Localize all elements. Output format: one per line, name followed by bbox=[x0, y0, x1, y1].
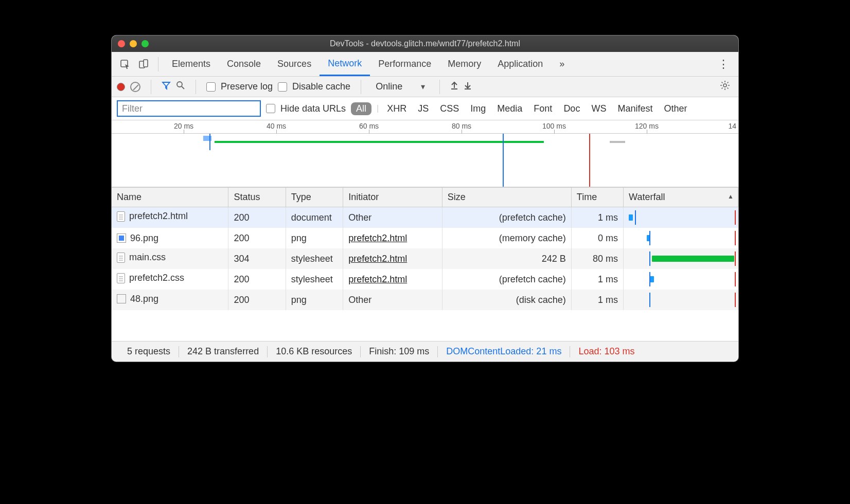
overview-dcl-line bbox=[209, 134, 210, 150]
col-type[interactable]: Type bbox=[286, 188, 343, 207]
filter-chip-js[interactable]: JS bbox=[415, 102, 432, 115]
more-menu-icon[interactable]: ⋮ bbox=[713, 58, 734, 71]
initiator-link[interactable]: prefetch2.html bbox=[348, 233, 407, 243]
initiator-value: prefetch2.html bbox=[343, 248, 442, 269]
record-icon[interactable] bbox=[117, 83, 125, 91]
col-time[interactable]: Time bbox=[571, 188, 623, 207]
time-value: 1 ms bbox=[571, 207, 623, 228]
network-table: Name Status Type Initiator Size Time Wat… bbox=[112, 187, 738, 310]
maximize-icon[interactable] bbox=[141, 40, 149, 47]
filter-chip-manifest[interactable]: Manifest bbox=[614, 102, 656, 115]
time-value: 80 ms bbox=[571, 248, 623, 269]
document-icon bbox=[117, 273, 125, 283]
filter-chip-img[interactable]: Img bbox=[467, 102, 489, 115]
request-name: prefetch2.css bbox=[129, 273, 184, 283]
tab-console[interactable]: Console bbox=[219, 52, 269, 76]
request-name: 48.png bbox=[130, 294, 158, 304]
traffic-lights bbox=[112, 40, 149, 47]
table-row[interactable]: 96.png200pngprefetch2.html(memory cache)… bbox=[112, 228, 738, 248]
table-row[interactable]: main.css304stylesheetprefetch2.html242 B… bbox=[112, 248, 738, 269]
download-har-icon[interactable] bbox=[464, 81, 472, 93]
devtools-tabs: Elements Console Sources Network Perform… bbox=[112, 52, 738, 77]
throttling-value: Online bbox=[376, 81, 402, 92]
sort-indicator-icon: ▲ bbox=[728, 193, 734, 200]
filter-chip-css[interactable]: CSS bbox=[437, 102, 462, 115]
titlebar: DevTools - devtools.glitch.me/wndt77/pre… bbox=[112, 35, 738, 52]
col-status[interactable]: Status bbox=[228, 188, 286, 207]
waterfall-cell bbox=[624, 207, 738, 228]
timeline-overview[interactable]: 20 ms 40 ms 60 ms 80 ms 100 ms 120 ms 14 bbox=[112, 120, 738, 187]
svg-rect-2 bbox=[144, 60, 148, 67]
time-value: 1 ms bbox=[571, 269, 623, 290]
search-icon[interactable] bbox=[176, 81, 185, 93]
col-name[interactable]: Name bbox=[112, 188, 228, 207]
hide-data-urls-checkbox[interactable] bbox=[266, 104, 275, 113]
disable-cache-label: Disable cache bbox=[292, 81, 350, 92]
waterfall-dcl-line bbox=[649, 231, 650, 245]
initiator-value: Other bbox=[343, 207, 442, 228]
table-row[interactable]: prefetch2.css200stylesheetprefetch2.html… bbox=[112, 269, 738, 290]
upload-har-icon[interactable] bbox=[450, 81, 458, 93]
svg-line-4 bbox=[182, 86, 184, 89]
tab-memory[interactable]: Memory bbox=[439, 52, 489, 76]
status-dcl: DOMContentLoaded: 21 ms bbox=[438, 346, 570, 357]
initiator-value: prefetch2.html bbox=[343, 228, 442, 248]
tabs-overflow[interactable]: » bbox=[551, 52, 573, 76]
separator bbox=[196, 80, 196, 94]
settings-icon[interactable] bbox=[717, 80, 733, 93]
throttling-select[interactable]: Online ▾ bbox=[371, 81, 429, 92]
overview-dcl-line bbox=[503, 134, 504, 187]
col-size[interactable]: Size bbox=[442, 188, 571, 207]
col-initiator[interactable]: Initiator bbox=[343, 188, 442, 207]
separator bbox=[361, 80, 361, 94]
tab-performance[interactable]: Performance bbox=[370, 52, 439, 76]
status-transferred: 242 B transferred bbox=[179, 346, 267, 357]
chevron-down-icon: ▾ bbox=[421, 82, 425, 92]
waterfall-dcl-line bbox=[635, 210, 636, 225]
waterfall-load-line bbox=[735, 210, 736, 225]
image-icon bbox=[117, 233, 126, 243]
filter-chip-all[interactable]: All bbox=[351, 102, 371, 115]
col-waterfall[interactable]: Waterfall▲ bbox=[624, 188, 738, 207]
initiator-value: prefetch2.html bbox=[343, 269, 442, 290]
overview-request-bar bbox=[610, 141, 625, 143]
waterfall-cell bbox=[624, 290, 738, 310]
table-header-row: Name Status Type Initiator Size Time Wat… bbox=[112, 188, 738, 207]
filter-chip-ws[interactable]: WS bbox=[588, 102, 609, 115]
tab-application[interactable]: Application bbox=[489, 52, 551, 76]
tab-sources[interactable]: Sources bbox=[269, 52, 320, 76]
initiator-link[interactable]: prefetch2.html bbox=[348, 254, 407, 264]
type-value: stylesheet bbox=[286, 269, 343, 290]
table-row[interactable]: 48.png200pngOther(disk cache)1 ms bbox=[112, 290, 738, 310]
inspect-icon[interactable] bbox=[118, 57, 132, 71]
preserve-log-checkbox[interactable] bbox=[206, 82, 216, 92]
waterfall-dcl-line bbox=[649, 272, 650, 286]
device-toggle-icon[interactable] bbox=[136, 57, 151, 71]
image-icon bbox=[117, 294, 126, 303]
clear-icon[interactable] bbox=[130, 82, 140, 92]
filter-chip-other[interactable]: Other bbox=[661, 102, 690, 115]
minimize-icon[interactable] bbox=[130, 40, 137, 47]
filter-input[interactable] bbox=[117, 100, 261, 117]
tab-network[interactable]: Network bbox=[320, 52, 370, 76]
table-row[interactable]: prefetch2.html200documentOther(prefetch … bbox=[112, 207, 738, 228]
timeline-ruler: 20 ms 40 ms 60 ms 80 ms 100 ms 120 ms 14 bbox=[112, 120, 738, 134]
initiator-link[interactable]: prefetch2.html bbox=[348, 274, 407, 284]
waterfall-load-line bbox=[735, 272, 736, 286]
close-icon[interactable] bbox=[118, 40, 125, 47]
time-value: 0 ms bbox=[571, 228, 623, 248]
filter-chip-media[interactable]: Media bbox=[494, 102, 525, 115]
filter-icon[interactable] bbox=[162, 81, 171, 93]
filter-chip-font[interactable]: Font bbox=[530, 102, 555, 115]
status-value: 200 bbox=[228, 290, 286, 310]
size-value: (disk cache) bbox=[442, 290, 571, 310]
request-name: 96.png bbox=[130, 233, 158, 244]
separator bbox=[151, 80, 151, 94]
tab-elements[interactable]: Elements bbox=[164, 52, 219, 76]
disable-cache-checkbox[interactable] bbox=[278, 82, 287, 92]
filter-chip-xhr[interactable]: XHR bbox=[384, 102, 410, 115]
separator bbox=[439, 80, 440, 94]
filter-chip-doc[interactable]: Doc bbox=[560, 102, 583, 115]
waterfall-bar bbox=[652, 256, 734, 262]
type-value: document bbox=[286, 207, 343, 228]
